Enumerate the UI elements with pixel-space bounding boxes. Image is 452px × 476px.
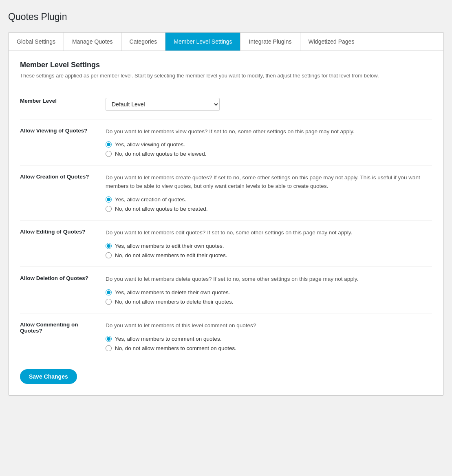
radio-option-allow-viewing-no[interactable]: No, do not allow quotes to be viewed. bbox=[106, 151, 432, 157]
tab-widgetized-pages[interactable]: Widgetized Pages bbox=[300, 33, 363, 51]
radio-label-allow-deletion-yes: Yes, allow members to delete their own q… bbox=[115, 289, 230, 295]
radio-option-allow-creation-yes[interactable]: Yes, allow creation of quotes. bbox=[106, 196, 432, 203]
setting-label-allow-commenting: Allow Commenting on Quotes? bbox=[20, 313, 106, 359]
radio-input-allow-editing-no[interactable] bbox=[106, 252, 112, 258]
setting-content-allow-viewing: Do you want to let members view quotes? … bbox=[106, 119, 432, 165]
panel-description: These settings are applied as per member… bbox=[20, 72, 432, 80]
radio-option-allow-viewing-yes[interactable]: Yes, allow viewing of quotes. bbox=[106, 141, 432, 148]
panel-title: Member Level Settings bbox=[20, 61, 432, 69]
tab-manage-quotes[interactable]: Manage Quotes bbox=[64, 33, 121, 51]
setting-desc-allow-editing: Do you want to let members edit quotes? … bbox=[106, 229, 432, 237]
radio-input-allow-commenting-no[interactable] bbox=[106, 345, 112, 351]
tab-global-settings[interactable]: Global Settings bbox=[9, 33, 64, 51]
member-level-row: Member LevelDefault LevelAdministratorEd… bbox=[20, 90, 432, 119]
setting-desc-allow-deletion: Do you want to let members delete quotes… bbox=[106, 275, 432, 284]
setting-row-allow-editing: Allow Editing of Quotes?Do you want to l… bbox=[20, 220, 432, 267]
radio-option-allow-commenting-no[interactable]: No, do not allow members to comment on q… bbox=[106, 345, 432, 351]
setting-label-allow-viewing: Allow Viewing of Quotes? bbox=[20, 119, 106, 165]
settings-table: Member LevelDefault LevelAdministratorEd… bbox=[20, 90, 432, 360]
setting-row-allow-creation: Allow Creation of Quotes?Do you want to … bbox=[20, 165, 432, 220]
radio-label-allow-editing-yes: Yes, allow members to edit their own quo… bbox=[115, 243, 224, 249]
radio-label-allow-viewing-no: No, do not allow quotes to be viewed. bbox=[115, 151, 206, 157]
radio-option-allow-creation-no[interactable]: No, do not allow quotes to be created. bbox=[106, 206, 432, 212]
setting-row-allow-deletion: Allow Deletion of Quotes?Do you want to … bbox=[20, 267, 432, 313]
radio-input-allow-creation-yes[interactable] bbox=[106, 196, 112, 203]
setting-label-allow-deletion: Allow Deletion of Quotes? bbox=[20, 267, 106, 313]
radio-input-allow-deletion-no[interactable] bbox=[106, 299, 112, 305]
setting-content-allow-editing: Do you want to let members edit quotes? … bbox=[106, 220, 432, 267]
radio-option-allow-deletion-yes[interactable]: Yes, allow members to delete their own q… bbox=[106, 289, 432, 295]
tab-integrate-plugins[interactable]: Integrate Plugins bbox=[240, 33, 300, 51]
radio-input-allow-creation-no[interactable] bbox=[106, 206, 112, 212]
setting-content-allow-creation: Do you want to let members create quotes… bbox=[106, 165, 432, 220]
member-level-label: Member Level bbox=[20, 90, 106, 119]
radio-input-allow-editing-yes[interactable] bbox=[106, 243, 112, 249]
tab-member-level-settings[interactable]: Member Level Settings bbox=[165, 33, 240, 51]
tabs-navigation: Global SettingsManage QuotesCategoriesMe… bbox=[8, 32, 444, 51]
setting-row-allow-commenting: Allow Commenting on Quotes?Do you want t… bbox=[20, 313, 432, 359]
setting-content-allow-commenting: Do you want to let members of this level… bbox=[106, 313, 432, 359]
save-changes-button[interactable]: Save Changes bbox=[20, 369, 77, 384]
radio-input-allow-deletion-yes[interactable] bbox=[106, 289, 112, 295]
setting-row-allow-viewing: Allow Viewing of Quotes?Do you want to l… bbox=[20, 119, 432, 165]
radio-input-allow-viewing-yes[interactable] bbox=[106, 141, 112, 148]
radio-option-allow-editing-yes[interactable]: Yes, allow members to edit their own quo… bbox=[106, 243, 432, 249]
radio-option-allow-commenting-yes[interactable]: Yes, allow members to comment on quotes. bbox=[106, 336, 432, 342]
page-wrapper: Quotes Plugin Global SettingsManage Quot… bbox=[8, 8, 444, 396]
radio-label-allow-commenting-no: No, do not allow members to comment on q… bbox=[115, 345, 236, 351]
radio-option-allow-deletion-no[interactable]: No, do not allow members to delete their… bbox=[106, 299, 432, 305]
member-level-select[interactable]: Default LevelAdministratorEditorAuthorCo… bbox=[106, 98, 220, 111]
setting-desc-allow-creation: Do you want to let members create quotes… bbox=[106, 174, 432, 191]
radio-option-allow-editing-no[interactable]: No, do not allow members to edit their q… bbox=[106, 252, 432, 258]
radio-label-allow-viewing-yes: Yes, allow viewing of quotes. bbox=[115, 141, 185, 148]
member-level-content: Default LevelAdministratorEditorAuthorCo… bbox=[106, 90, 432, 119]
tab-categories[interactable]: Categories bbox=[121, 33, 166, 51]
radio-label-allow-editing-no: No, do not allow members to edit their q… bbox=[115, 252, 227, 258]
radio-label-allow-commenting-yes: Yes, allow members to comment on quotes. bbox=[115, 336, 221, 342]
radio-input-allow-commenting-yes[interactable] bbox=[106, 336, 112, 342]
radio-label-allow-creation-yes: Yes, allow creation of quotes. bbox=[115, 196, 186, 203]
setting-desc-allow-viewing: Do you want to let members view quotes? … bbox=[106, 128, 432, 136]
radio-label-allow-deletion-no: No, do not allow members to delete their… bbox=[115, 299, 233, 305]
page-title: Quotes Plugin bbox=[8, 8, 444, 26]
radio-input-allow-viewing-no[interactable] bbox=[106, 151, 112, 157]
radio-label-allow-creation-no: No, do not allow quotes to be created. bbox=[115, 206, 207, 212]
setting-label-allow-editing: Allow Editing of Quotes? bbox=[20, 220, 106, 267]
setting-label-allow-creation: Allow Creation of Quotes? bbox=[20, 165, 106, 220]
content-panel: Member Level Settings These settings are… bbox=[8, 51, 444, 396]
setting-content-allow-deletion: Do you want to let members delete quotes… bbox=[106, 267, 432, 313]
setting-desc-allow-commenting: Do you want to let members of this level… bbox=[106, 322, 432, 330]
